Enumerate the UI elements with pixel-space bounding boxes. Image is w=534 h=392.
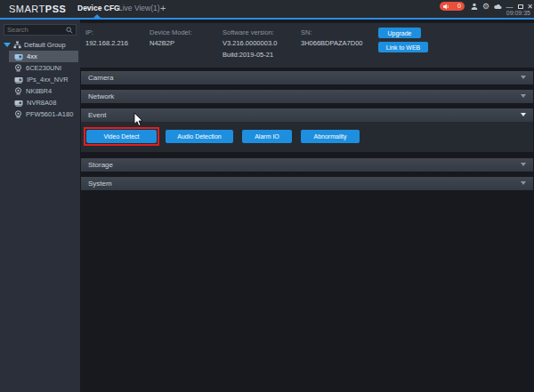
build-value: Build:2019-05-21	[222, 51, 273, 59]
sn-value: 3H066BDPAZA7D00	[301, 39, 362, 47]
device-item-ips-4xx-nvr[interactable]: IPs_4xx_NVR	[9, 74, 78, 85]
alarm-badge[interactable]: 0	[440, 2, 465, 11]
device-item-nvr8a08[interactable]: NVR8A08	[9, 97, 78, 108]
device-item-nk8br4[interactable]: NK8BR4	[9, 85, 78, 97]
alarm-io-button[interactable]: Alarm IO	[242, 130, 292, 143]
red-annotation-box	[84, 127, 159, 146]
app-logo: SMARTPSS	[9, 4, 66, 14]
settings-gear-icon[interactable]: ⚙	[481, 1, 491, 12]
chevron-down-icon	[521, 181, 526, 185]
software-version-value: V3.216.0000003.0	[222, 39, 277, 47]
dome-camera-icon	[14, 110, 22, 118]
device-info-panel: IP: 192.168.2.216 Device Model: N42B2P S…	[80, 23, 534, 68]
search-input[interactable]	[4, 26, 66, 34]
section-camera[interactable]: Camera	[81, 71, 533, 84]
chevron-down-icon	[521, 76, 526, 79]
search-icon[interactable]	[66, 27, 73, 34]
section-label: Camera	[88, 74, 113, 82]
device-label: NVR8A08	[27, 99, 56, 107]
speaker-icon	[443, 4, 449, 10]
nvr-camera-icon	[14, 100, 23, 107]
tree-group-default[interactable]: Default Group	[0, 39, 66, 51]
device-label: IPs_4xx_NVR	[27, 76, 69, 84]
event-section-panel: Video Detect Audio Detection Alarm IO Ab…	[81, 122, 533, 152]
sn-label: SN:	[301, 28, 312, 36]
nvr-camera-icon	[14, 76, 23, 84]
video-detect-button[interactable]: Video Detect	[86, 130, 157, 143]
brand-second: PSS	[45, 4, 67, 14]
device-item-pfw5601-a180[interactable]: PFW5601-A180	[9, 108, 78, 120]
link-to-web-button[interactable]: Link to WEB	[378, 42, 428, 52]
section-label: Network	[88, 92, 114, 100]
device-item-6ce230uni[interactable]: 6CE230UNI	[9, 62, 78, 74]
alarm-count: 0	[457, 2, 461, 11]
device-label: 6CE230UNI	[26, 64, 61, 72]
nvr-camera-icon	[14, 53, 23, 60]
title-bar: SMARTPSS Device CFG Live View(1) + 0 ⚙ —	[0, 0, 534, 18]
section-label: Storage	[88, 161, 113, 169]
section-system[interactable]: System	[81, 177, 533, 190]
device-label: 4xx	[27, 52, 37, 60]
device-tree-sidebar: Default Group 4xx 6CE230UNI	[0, 20, 80, 392]
abnormality-button[interactable]: Abnormality	[301, 130, 360, 143]
ip-value: 192.168.2.216	[85, 39, 128, 47]
device-label: PFW5601-A180	[26, 110, 73, 118]
device-label: NK8BR4	[26, 87, 52, 95]
section-label: System	[88, 180, 112, 188]
maximize-icon	[518, 4, 523, 9]
cloud-icon[interactable]	[492, 1, 503, 12]
dome-camera-icon	[14, 64, 22, 72]
model-value: N42B2P	[150, 39, 174, 47]
mouse-cursor	[134, 112, 144, 128]
add-tab-button[interactable]: +	[160, 3, 166, 13]
section-event[interactable]: Event	[81, 108, 533, 122]
device-cfg-main: IP: 192.168.2.216 Device Model: N42B2P S…	[80, 20, 534, 392]
group-icon	[13, 41, 21, 49]
model-label: Device Model:	[150, 28, 192, 36]
software-version-label: Software version:	[222, 28, 274, 36]
user-icon[interactable]	[469, 1, 480, 12]
audio-detection-button[interactable]: Audio Detection	[166, 130, 233, 143]
search-box[interactable]	[4, 24, 77, 36]
section-network[interactable]: Network	[81, 90, 533, 103]
smartpss-window: SMARTPSS Device CFG Live View(1) + 0 ⚙ —	[0, 0, 534, 392]
section-label: Event	[88, 111, 106, 119]
chevron-down-icon	[521, 113, 526, 116]
ip-label: IP:	[85, 28, 93, 36]
upgrade-button[interactable]: Upgrade	[378, 28, 421, 38]
group-label: Default Group	[24, 41, 66, 49]
tab-live-view[interactable]: Live View(1)	[118, 4, 160, 12]
tab-device-cfg[interactable]: Device CFG	[77, 4, 120, 12]
chevron-down-icon	[521, 163, 526, 166]
brand-first: SMART	[9, 4, 45, 14]
clock: 09:09:35	[506, 10, 530, 16]
section-storage[interactable]: Storage	[81, 158, 533, 172]
chevron-down-icon	[521, 94, 526, 98]
dome-camera-icon	[14, 87, 22, 95]
collapse-arrow-icon[interactable]	[4, 43, 11, 47]
device-item-4xx[interactable]: 4xx	[9, 51, 78, 62]
